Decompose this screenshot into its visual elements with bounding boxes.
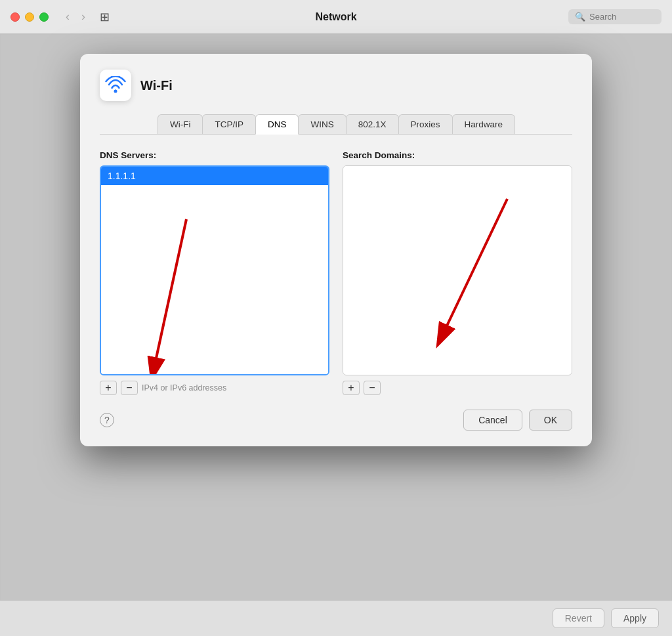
search-domains-list[interactable] bbox=[343, 165, 572, 375]
traffic-lights bbox=[10, 12, 49, 22]
dns-entry-0[interactable]: 1.1.1.1 bbox=[101, 167, 328, 185]
close-button[interactable] bbox=[10, 12, 20, 22]
search-input[interactable] bbox=[589, 12, 655, 22]
footer-buttons: Cancel OK bbox=[463, 410, 572, 431]
modal-dialog: Wi-Fi Wi-Fi TCP/IP DNS WINS 802.1X Proxi… bbox=[80, 54, 592, 446]
ok-button[interactable]: OK bbox=[529, 410, 572, 431]
search-icon: 🔍 bbox=[575, 12, 585, 22]
minimize-button[interactable] bbox=[25, 12, 34, 22]
wifi-icon bbox=[105, 76, 126, 95]
dns-remove-button[interactable]: − bbox=[121, 381, 138, 395]
dns-servers-label: DNS Servers: bbox=[100, 150, 329, 160]
search-domains-label: Search Domains: bbox=[343, 150, 572, 160]
grid-icon[interactable]: ⊞ bbox=[100, 10, 110, 24]
window-chrome: ‹ › ⊞ Network 🔍 Revert Apply bbox=[0, 0, 672, 636]
arrow-1 bbox=[121, 206, 239, 375]
cancel-button[interactable]: Cancel bbox=[463, 410, 522, 431]
nav-arrows: ‹ › bbox=[62, 9, 89, 25]
tab-wifi[interactable]: Wi-Fi bbox=[158, 114, 203, 134]
tab-bar: Wi-Fi TCP/IP DNS WINS 802.1X Proxies Har… bbox=[100, 114, 572, 135]
svg-line-4 bbox=[442, 199, 507, 337]
dns-column: DNS Servers: 1.1.1.1 bbox=[100, 150, 329, 395]
help-button[interactable]: ? bbox=[100, 413, 114, 427]
wifi-icon-wrap bbox=[100, 70, 131, 101]
forward-button[interactable]: › bbox=[77, 9, 89, 25]
maximize-button[interactable] bbox=[39, 12, 49, 22]
arrow-2 bbox=[376, 186, 572, 375]
tab-8021x[interactable]: 802.1X bbox=[346, 114, 399, 134]
search-column: Search Domains: + bbox=[343, 150, 572, 395]
search-box[interactable]: 🔍 bbox=[568, 9, 662, 24]
wifi-header: Wi-Fi bbox=[100, 70, 572, 101]
dns-hint: IPv4 or IPv6 addresses bbox=[142, 383, 226, 392]
tab-dns[interactable]: DNS bbox=[255, 114, 299, 135]
window-title: Network bbox=[315, 11, 356, 23]
tab-tcpip[interactable]: TCP/IP bbox=[202, 114, 256, 134]
title-bar: ‹ › ⊞ Network 🔍 bbox=[0, 0, 672, 34]
modal-footer: ? Cancel OK bbox=[100, 410, 572, 431]
dns-add-button[interactable]: + bbox=[100, 381, 117, 395]
svg-line-2 bbox=[154, 219, 186, 370]
search-control-row: + − bbox=[343, 381, 572, 395]
content-row: DNS Servers: 1.1.1.1 bbox=[100, 150, 572, 395]
tab-wins[interactable]: WINS bbox=[298, 114, 346, 134]
back-button[interactable]: ‹ bbox=[62, 9, 74, 25]
search-add-button[interactable]: + bbox=[343, 381, 360, 395]
dns-control-row: + − IPv4 or IPv6 addresses bbox=[100, 381, 329, 395]
dns-servers-list[interactable]: 1.1.1.1 bbox=[100, 165, 329, 375]
tab-proxies[interactable]: Proxies bbox=[398, 114, 453, 134]
modal-overlay: Wi-Fi Wi-Fi TCP/IP DNS WINS 802.1X Proxi… bbox=[0, 34, 672, 636]
wifi-title: Wi-Fi bbox=[140, 78, 173, 93]
search-remove-button[interactable]: − bbox=[364, 381, 381, 395]
svg-point-0 bbox=[114, 90, 117, 93]
tab-hardware[interactable]: Hardware bbox=[452, 114, 516, 134]
